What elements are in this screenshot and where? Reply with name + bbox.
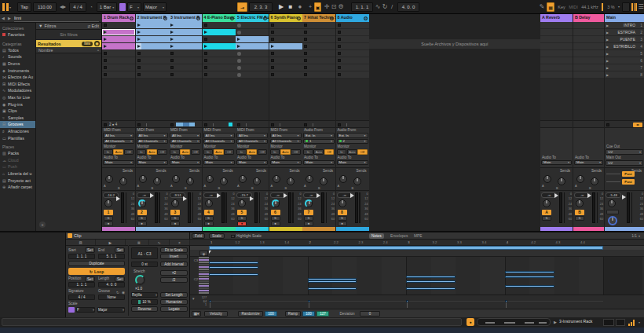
input-type-chooser[interactable]: All Ins▾: [270, 133, 302, 138]
solo-button[interactable]: S: [338, 216, 347, 221]
editor-zoom-menu[interactable]: 1/1▾: [629, 233, 642, 239]
randomize-button[interactable]: Randomize: [238, 311, 263, 317]
scene-row[interactable]: ▶ESTROFA2: [605, 29, 644, 36]
post-toggle-b[interactable]: Post: [622, 179, 635, 185]
grid-menu[interactable]: Rejilla▾: [131, 292, 158, 298]
arm-button[interactable]: ●: [237, 221, 247, 226]
input-channel-chooser[interactable]: All Channels▾: [203, 139, 235, 145]
clip-slot[interactable]: [136, 50, 169, 57]
scene-play-icon[interactable]: ▶: [606, 38, 609, 42]
metronome-icon[interactable]: ◔: [87, 2, 95, 12]
input-type-chooser[interactable]: All Ins▾: [236, 133, 268, 138]
midi-note[interactable]: [209, 273, 258, 276]
groove-value[interactable]: None: [98, 295, 125, 300]
input-channel-chooser[interactable]: 1▾: [303, 139, 335, 145]
device-meter-icon[interactable]: [628, 320, 636, 326]
record-button[interactable]: ●: [296, 2, 304, 12]
clip[interactable]: [102, 36, 135, 43]
punch-out-icon[interactable]: /: [389, 2, 395, 12]
input-type-chooser[interactable]: All Ins▾: [137, 133, 168, 138]
main-track-header[interactable]: Main: [605, 14, 644, 22]
clip-play-icon[interactable]: [104, 31, 107, 34]
clip-slot[interactable]: [236, 22, 269, 29]
clip-slot[interactable]: [169, 71, 202, 79]
scene-play-icon[interactable]: ▶: [606, 24, 609, 27]
midi-map-button[interactable]: MIDI: [567, 2, 580, 12]
clip-slot[interactable]: [203, 22, 236, 29]
monitor-in[interactable]: In: [303, 149, 313, 155]
clip-slot[interactable]: [302, 36, 335, 43]
track-stop-icon[interactable]: [137, 123, 141, 126]
clip-slot[interactable]: [136, 64, 169, 71]
clip-slot[interactable]: [236, 50, 269, 57]
clip-slot[interactable]: [269, 64, 302, 71]
send-b-knob[interactable]: [153, 177, 161, 185]
track-header[interactable]: 3 Instrument R: [169, 14, 202, 22]
clip-scale-root[interactable]: F▾: [76, 307, 95, 313]
clip-slot[interactable]: [336, 64, 369, 71]
main-pan-knob[interactable]: [608, 199, 616, 207]
clip[interactable]: [203, 43, 236, 50]
clip-slot[interactable]: [269, 29, 302, 36]
end-set-button[interactable]: Set: [115, 247, 125, 253]
clip-play-icon[interactable]: [170, 31, 174, 34]
clip-slot[interactable]: [203, 57, 236, 64]
monitor-off[interactable]: Off: [324, 149, 335, 155]
track-stop-icon[interactable]: [104, 123, 107, 126]
solo-button[interactable]: S: [304, 216, 313, 221]
clip-slot[interactable]: [302, 22, 335, 29]
output-type-chooser[interactable]: Main▾: [137, 160, 168, 166]
pan-knob[interactable]: [305, 199, 313, 207]
sidebar-item-push[interactable]: ▭Push: [0, 163, 35, 170]
clip-slot[interactable]: [302, 64, 335, 71]
preferences-icon[interactable]: ⚙: [338, 2, 344, 12]
clip-slot[interactable]: [203, 64, 236, 71]
tap-tempo-button[interactable]: Tap: [17, 2, 31, 12]
clip-slot[interactable]: [203, 71, 236, 79]
clip-tab-notes-icon[interactable]: ⊠: [66, 240, 96, 245]
end-value[interactable]: 5. 1. 1: [98, 254, 125, 259]
ramp-from-value[interactable]: 100: [302, 311, 315, 317]
volume-fader[interactable]: [288, 192, 291, 223]
fold-button[interactable]: Fold: [192, 233, 205, 239]
output-type-chooser[interactable]: Main▾: [236, 160, 268, 166]
monitor-off[interactable]: Off: [357, 149, 368, 155]
send-a-knob[interactable]: [306, 175, 313, 183]
start-value[interactable]: 1. 1. 1: [68, 254, 95, 259]
key-map-button[interactable]: Key: [556, 2, 567, 12]
pan-knob[interactable]: [238, 199, 246, 207]
monitor-in[interactable]: In: [337, 149, 347, 155]
cpu-caret-icon[interactable]: ▾: [617, 2, 621, 12]
velocity-lane-icon[interactable]: ▼: [192, 297, 195, 301]
loop-start-field[interactable]: 1. 1. 1: [351, 2, 373, 12]
clip-slot[interactable]: [336, 22, 369, 29]
device-thumbnail[interactable]: [603, 319, 614, 326]
monitor-auto[interactable]: Auto: [147, 149, 157, 155]
clip-slot[interactable]: [336, 29, 369, 36]
new-scene-icon[interactable]: +: [307, 2, 313, 12]
capture-midi-icon[interactable]: ✛: [324, 2, 330, 12]
clip-play-icon[interactable]: [204, 45, 207, 48]
main-volume-fader[interactable]: [627, 192, 630, 223]
clip-start-marker[interactable]: [209, 251, 211, 254]
clip-slot[interactable]: [336, 71, 369, 79]
sidebar-item-todos[interactable]: ▤Todos: [0, 47, 35, 54]
pan-knob[interactable]: [272, 199, 280, 207]
track-activator-button[interactable]: 3: [170, 210, 180, 215]
solo-button[interactable]: S: [542, 216, 551, 221]
monitor-off[interactable]: Off: [124, 149, 134, 155]
chance-value[interactable]: 10 %: [131, 299, 158, 305]
clip-play-icon[interactable]: [137, 24, 141, 27]
monitor-switch[interactable]: InAutoOff: [103, 149, 134, 155]
nudge-icons[interactable]: ◂▸: [58, 2, 68, 12]
monitor-off[interactable]: Off: [191, 149, 201, 155]
search-input[interactable]: [14, 15, 99, 22]
deviation-value[interactable]: 0: [360, 311, 380, 317]
volume-fader[interactable]: [221, 192, 225, 223]
highlight-scale-checkbox[interactable]: [231, 235, 235, 239]
loop-length-field[interactable]: 4. 0. 0: [397, 2, 419, 12]
scene-row[interactable]: ▶ESTRIBILLO4: [605, 43, 644, 50]
solo-button[interactable]: S: [271, 216, 280, 221]
arm-button[interactable]: ●: [204, 221, 214, 226]
send-a-knob[interactable]: [206, 175, 214, 183]
